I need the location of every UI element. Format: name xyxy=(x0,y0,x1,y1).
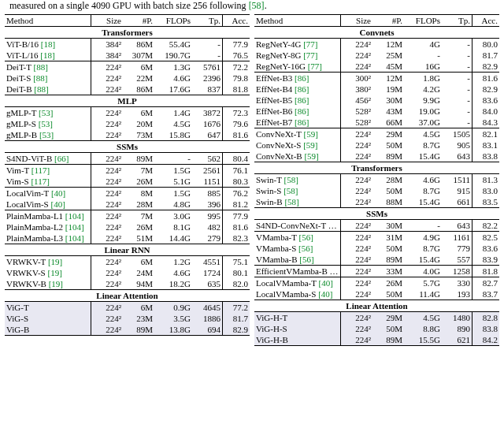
size-cell: 224² xyxy=(91,313,124,324)
reference-link[interactable]: [40] xyxy=(318,289,332,299)
reference-link[interactable]: [104] xyxy=(65,233,84,243)
method-name: PlainMamba-L3 xyxy=(6,233,65,243)
table-row: ViG-T224²6M0.9G464577.2 xyxy=(5,301,250,313)
params-cell: 7M xyxy=(123,210,154,221)
tp-cell: 995 xyxy=(192,210,223,221)
reference-link[interactable]: [77] xyxy=(308,61,322,71)
table-row: VRWKV-S [19]224²24M4.6G172480.1 xyxy=(5,267,250,278)
reference-link[interactable]: [104] xyxy=(65,211,84,221)
flops-cell: 9.9G xyxy=(404,95,442,106)
reference-link[interactable]: [56] xyxy=(298,233,313,242)
reference-link[interactable]: [19] xyxy=(49,279,63,288)
flops-cell: 1.8G xyxy=(404,72,442,84)
tp-cell: 1505 xyxy=(442,128,472,140)
reference-link[interactable]: [88] xyxy=(34,84,48,94)
reference-link[interactable]: [86] xyxy=(295,95,309,105)
tp-cell: 643 xyxy=(442,151,472,162)
params-cell: 50M xyxy=(372,140,404,151)
reference-link[interactable]: [59] xyxy=(303,140,317,150)
reference-link[interactable]: [19] xyxy=(47,268,61,277)
method-name: Vim-T xyxy=(6,166,32,175)
reference-link[interactable]: [77] xyxy=(303,39,317,49)
reference-link[interactable]: [66] xyxy=(54,154,69,163)
table-row: ViG-H-T224²29M4.5G148082.8 xyxy=(254,311,499,323)
reference-link[interactable]: [40] xyxy=(50,199,65,209)
flops-cell: 4G xyxy=(404,38,442,50)
reference-link[interactable]: [117] xyxy=(32,166,50,175)
reference-link[interactable]: [40] xyxy=(51,188,65,198)
params-cell: 51M xyxy=(123,233,154,244)
flops-cell: 17.6G xyxy=(154,84,192,95)
flops-cell: 4.6G xyxy=(154,267,192,278)
reference-link[interactable]: [53] xyxy=(39,108,53,117)
tp-cell: - xyxy=(192,38,223,50)
col-tp: Tp. xyxy=(442,14,472,26)
tp-cell: 1676 xyxy=(192,118,223,129)
acc-cell: 84.0 xyxy=(472,106,500,117)
params-cell: 33M xyxy=(372,265,404,277)
reference-link[interactable]: [86] xyxy=(295,84,309,94)
caption-reference-link[interactable]: [58] xyxy=(249,0,265,11)
reference-link[interactable]: [117] xyxy=(31,177,49,186)
table-row: ViG-S224²23M3.5G188681.7 xyxy=(5,313,250,324)
reference-link[interactable]: [86] xyxy=(295,73,309,83)
size-cell: 224² xyxy=(91,233,124,244)
method-cell: gMLP-S [53] xyxy=(5,118,91,129)
reference-link[interactable]: [59] xyxy=(304,151,318,161)
size-cell: 224² xyxy=(91,210,124,221)
reference-link[interactable]: [104] xyxy=(65,222,84,232)
reference-link[interactable]: [58] xyxy=(284,197,298,206)
size-cell: 224² xyxy=(91,324,124,336)
reference-link[interactable]: [58] xyxy=(284,175,298,184)
reference-link[interactable]: [56] xyxy=(299,255,313,264)
size-cell: 224² xyxy=(341,323,373,334)
table-row: RegNetY-4G [77]224²12M4G-80.0 xyxy=(254,38,499,50)
params-cell: 24M xyxy=(123,267,154,278)
reference-link[interactable]: [77] xyxy=(303,50,317,60)
table-row: EffNet-B4 [86]380²19M4.2G-82.9 xyxy=(254,84,499,95)
reference-link[interactable]: [56] xyxy=(298,244,313,253)
reference-link[interactable]: [86] xyxy=(295,117,309,127)
reference-link[interactable]: [18] xyxy=(40,50,54,60)
method-name: ConvNeXt-B xyxy=(256,151,304,161)
section-header: SSMs xyxy=(254,207,499,219)
reference-link[interactable]: [18] xyxy=(41,39,55,49)
tp-cell: 661 xyxy=(442,196,472,208)
method-cell: LocalVMamba-S [40] xyxy=(254,288,341,300)
flops-cell: 4.6G xyxy=(404,173,442,185)
reference-link[interactable]: [19] xyxy=(48,257,62,266)
params-cell: 26M xyxy=(123,176,154,188)
size-cell: 224² xyxy=(91,221,124,233)
reference-link[interactable]: [53] xyxy=(39,130,54,140)
table-row: ConvNeXt-T [59]224²29M4.5G150582.1 xyxy=(254,128,499,140)
reference-link[interactable]: [58] xyxy=(284,186,298,195)
params-cell: 89M xyxy=(372,151,404,162)
acc-cell: 72.2 xyxy=(223,61,250,73)
reference-link[interactable]: [88] xyxy=(34,62,48,72)
table-row: VMamba-S [56]224²50M8.7G77983.6 xyxy=(254,243,499,254)
reference-link[interactable]: [53] xyxy=(39,119,53,128)
reference-link[interactable]: [88] xyxy=(33,73,47,83)
tp-cell: 694 xyxy=(192,324,223,336)
reference-link[interactable]: [40] xyxy=(319,278,333,288)
method-cell: S4ND-ViT-B [66] xyxy=(5,152,91,164)
method-name: ViG-T xyxy=(6,303,29,312)
method-name: ConvNeXt-T xyxy=(256,129,304,139)
reference-link[interactable]: [86] xyxy=(295,106,309,116)
method-cell: VRWKV-T [19] xyxy=(5,255,91,267)
table-row: ConvNeXt-B [59]224²89M15.4G64383.8 xyxy=(254,151,499,162)
method-cell: DeiT-T [88] xyxy=(5,61,91,73)
reference-link[interactable]: [59] xyxy=(304,129,318,139)
method-cell: ViG-B xyxy=(5,324,91,336)
section-header: MLP xyxy=(5,95,250,106)
size-cell: 224² xyxy=(341,265,373,277)
flops-cell: 4.5G xyxy=(404,311,442,323)
acc-cell: 79.6 xyxy=(223,118,250,129)
table-row: DeiT-B [88]224²86M17.6G83781.8 xyxy=(5,84,250,95)
method-cell: PlainMamba-L2 [104] xyxy=(5,221,91,233)
method-name: LocalVim-S xyxy=(6,199,50,209)
tp-cell: 1258 xyxy=(442,265,472,277)
flops-cell: 8.7G xyxy=(404,185,442,196)
tp-cell: 779 xyxy=(442,243,472,254)
method-name: DeiT-S xyxy=(6,73,33,83)
